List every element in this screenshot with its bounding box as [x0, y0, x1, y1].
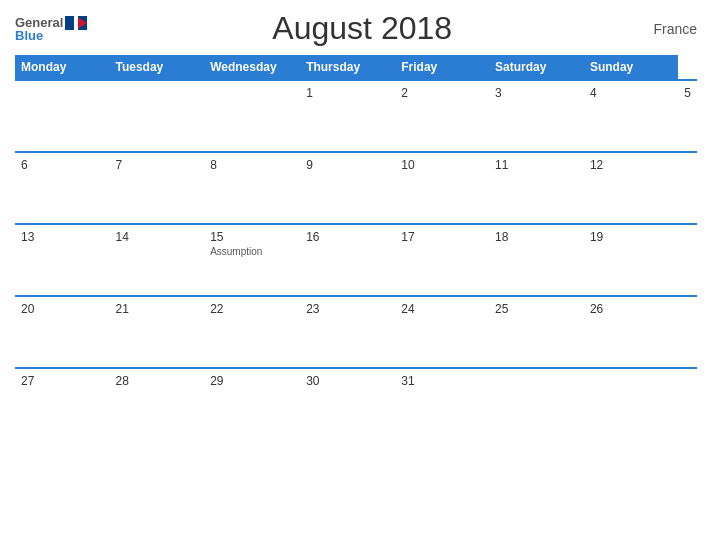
weekday-header-row: Monday Tuesday Wednesday Thursday Friday… [15, 55, 697, 80]
day-number: 27 [21, 374, 103, 388]
calendar-day-cell [584, 368, 678, 440]
day-number: 20 [21, 302, 103, 316]
calendar-day-cell [109, 80, 204, 152]
calendar-day-cell: 26 [584, 296, 678, 368]
day-number: 26 [590, 302, 672, 316]
day-number: 25 [495, 302, 578, 316]
day-number: 2 [401, 86, 483, 100]
day-number: 6 [21, 158, 103, 172]
header-monday: Monday [15, 55, 109, 80]
calendar-day-cell: 11 [489, 152, 584, 224]
day-number: 11 [495, 158, 578, 172]
day-number: 31 [401, 374, 483, 388]
day-number: 23 [306, 302, 389, 316]
day-number: 30 [306, 374, 389, 388]
calendar-day-cell: 18 [489, 224, 584, 296]
day-number: 16 [306, 230, 389, 244]
logo-blue: Blue [15, 29, 43, 42]
calendar-day-cell: 30 [300, 368, 395, 440]
calendar-day-cell [15, 80, 109, 152]
day-number: 14 [115, 230, 198, 244]
header-sunday: Sunday [584, 55, 678, 80]
calendar-day-cell: 28 [109, 368, 204, 440]
calendar-day-cell: 13 [15, 224, 109, 296]
logo: General Blue [15, 16, 87, 42]
calendar-day-cell: 22 [204, 296, 300, 368]
day-number: 12 [590, 158, 672, 172]
month-title: August 2018 [87, 10, 637, 47]
day-number: 24 [401, 302, 483, 316]
day-number: 17 [401, 230, 483, 244]
calendar-table: Monday Tuesday Wednesday Thursday Friday… [15, 55, 697, 440]
calendar-day-cell: 24 [395, 296, 489, 368]
calendar-day-cell [489, 368, 584, 440]
calendar-day-cell: 10 [395, 152, 489, 224]
day-number: 9 [306, 158, 389, 172]
calendar-week-row: 6789101112 [15, 152, 697, 224]
calendar-day-cell [204, 80, 300, 152]
day-number: 5 [684, 86, 691, 100]
calendar-day-cell: 14 [109, 224, 204, 296]
flag-icon [65, 16, 87, 30]
calendar-day-cell: 6 [15, 152, 109, 224]
calendar-week-row: 2728293031 [15, 368, 697, 440]
calendar-body: 123456789101112131415Assumption161718192… [15, 80, 697, 440]
day-number: 18 [495, 230, 578, 244]
calendar-day-cell: 20 [15, 296, 109, 368]
calendar-day-cell: 8 [204, 152, 300, 224]
day-number: 13 [21, 230, 103, 244]
day-number: 22 [210, 302, 294, 316]
day-number: 28 [115, 374, 198, 388]
country-label: France [637, 21, 697, 37]
calendar-day-cell: 7 [109, 152, 204, 224]
calendar-page: General Blue August 2018 France Monday T… [0, 0, 712, 550]
calendar-day-cell: 21 [109, 296, 204, 368]
header-saturday: Saturday [489, 55, 584, 80]
calendar-week-row: 12345 [15, 80, 697, 152]
day-number: 19 [590, 230, 672, 244]
calendar-day-cell: 5 [678, 80, 697, 152]
calendar-week-row: 131415Assumption16171819 [15, 224, 697, 296]
header-thursday: Thursday [300, 55, 395, 80]
calendar-day-cell: 23 [300, 296, 395, 368]
calendar-day-cell: 2 [395, 80, 489, 152]
calendar-day-cell: 31 [395, 368, 489, 440]
calendar-day-cell: 19 [584, 224, 678, 296]
header-friday: Friday [395, 55, 489, 80]
svg-rect-3 [74, 16, 78, 30]
calendar-day-cell: 17 [395, 224, 489, 296]
calendar-day-cell: 1 [300, 80, 395, 152]
header-tuesday: Tuesday [109, 55, 204, 80]
calendar-day-cell: 15Assumption [204, 224, 300, 296]
calendar-week-row: 20212223242526 [15, 296, 697, 368]
header: General Blue August 2018 France [15, 10, 697, 47]
calendar-day-cell: 29 [204, 368, 300, 440]
day-number: 15 [210, 230, 294, 244]
day-number: 7 [115, 158, 198, 172]
calendar-day-cell: 25 [489, 296, 584, 368]
calendar-day-cell: 27 [15, 368, 109, 440]
day-number: 3 [495, 86, 578, 100]
calendar-day-cell: 9 [300, 152, 395, 224]
day-number: 4 [590, 86, 672, 100]
day-number: 21 [115, 302, 198, 316]
calendar-day-cell: 16 [300, 224, 395, 296]
calendar-day-cell: 4 [584, 80, 678, 152]
header-wednesday: Wednesday [204, 55, 300, 80]
day-number: 1 [306, 86, 389, 100]
calendar-day-cell: 12 [584, 152, 678, 224]
day-number: 8 [210, 158, 294, 172]
calendar-day-cell: 3 [489, 80, 584, 152]
day-number: 10 [401, 158, 483, 172]
day-number: 29 [210, 374, 294, 388]
day-event: Assumption [210, 246, 294, 257]
